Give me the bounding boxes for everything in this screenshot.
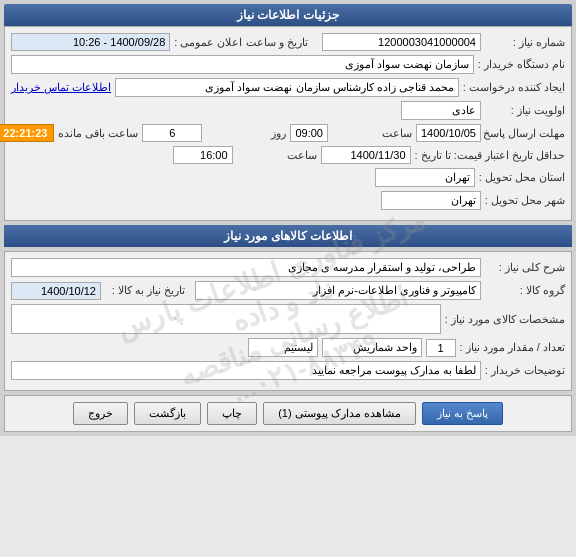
value-province: تهران (375, 168, 475, 187)
label-buyer: نام دستگاه خریدار : (478, 58, 565, 71)
label-city: شهر محل تحویل : (485, 194, 565, 207)
label-price-time: ساعت (237, 149, 317, 162)
section-header-title: جزئیات اطلاعات نیاز (4, 4, 572, 26)
row-priority: اولویت نیاز : عادی (11, 101, 565, 120)
value-unit: واحد شماریش (322, 338, 422, 357)
row-province: استان محل تحویل : تهران (11, 168, 565, 187)
label-kind: شرح کلی نیاز : (485, 261, 565, 274)
label-price-to: حداقل تاریخ اعتبار قیمت: تا تاریخ : (415, 149, 565, 162)
row-shomara: شماره نیاز : 1200003041000004 تاریخ و سا… (11, 33, 565, 51)
info-section: شماره نیاز : 1200003041000004 تاریخ و سا… (4, 26, 572, 221)
value-specs (11, 304, 441, 334)
value-count: 1 (426, 339, 456, 357)
link-contact[interactable]: اطلاعات تماس خریدار (11, 81, 111, 94)
label-priority: اولویت نیاز : (485, 104, 565, 117)
value-send-date: 1400/10/05 (416, 124, 481, 142)
row-notes: توضیحات خریدار : لطفا به مدارک پیوست مرا… (11, 361, 565, 380)
value-remaining-time: 22:21:23 (0, 124, 54, 142)
reply-button[interactable]: پاسخ به نیاز (422, 402, 503, 425)
label-date-pub: تاریخ و ساعت اعلان عمومی : (174, 36, 307, 49)
print-button[interactable]: چاپ (207, 402, 257, 425)
label-count: تعداد / مقدار مورد نیاز : (460, 341, 565, 354)
value-day: 6 (142, 124, 202, 142)
label-send-from: مهلت ارسال پاسخ : تا تاریخ : (485, 127, 565, 140)
exit-button[interactable]: خروج (73, 402, 128, 425)
value-price-time: 16:00 (173, 146, 233, 164)
value-status: لیستیم (248, 338, 318, 357)
label-group-date: تاریخ نیاز به کالا : (105, 284, 185, 297)
value-date-pub: 1400/09/28 - 10:26 (11, 33, 170, 51)
row-kind: شرح کلی نیاز : طراحی، تولید و استقرار مد… (11, 258, 565, 277)
label-day: روز (206, 127, 286, 140)
value-group: کامپیوتر و فناوری اطلاعات-نرم افزار (195, 281, 481, 300)
value-notes: لطفا به مدارک پیوست مراجعه نمایید (11, 361, 481, 380)
row-count: تعداد / مقدار مورد نیاز : 1 واحد شماریش … (11, 338, 565, 357)
label-origin: ایجاد کننده درخواست : (463, 81, 565, 94)
value-kind: طراحی، تولید و استقرار مدرسه ی مجازی (11, 258, 481, 277)
value-shomara: 1200003041000004 (322, 33, 481, 51)
row-specs: مشخصات کالای مورد نیاز : (11, 304, 565, 334)
label-remaining: ساعت باقی مانده (58, 127, 138, 140)
value-group-date: 1400/10/12 (11, 282, 101, 300)
footer-buttons: پاسخ به نیاز مشاهده مدارک پیوستی (1) چاپ… (4, 395, 572, 432)
value-origin: محمد قناجی زاده کارشناس سازمان نهضت سواد… (115, 78, 459, 97)
label-specs: مشخصات کالای مورد نیاز : (445, 313, 565, 326)
row-price-to: حداقل تاریخ اعتبار قیمت: تا تاریخ : 1400… (11, 146, 565, 164)
label-notes: توضیحات خریدار : (485, 364, 565, 377)
row-city: شهر محل تحویل : تهران (11, 191, 565, 210)
row-group: گروه کالا : کامپیوتر و فناوری اطلاعات-نر… (11, 281, 565, 300)
value-price-date: 1400/11/30 (321, 146, 411, 164)
value-send-time: 09:00 (290, 124, 328, 142)
row-origin: ایجاد کننده درخواست : محمد قناجی زاده کا… (11, 78, 565, 97)
label-send-time: ساعت (332, 127, 412, 140)
value-city: تهران (381, 191, 481, 210)
view-docs-button[interactable]: مشاهده مدارک پیوستی (1) (263, 402, 416, 425)
back-button[interactable]: بازگشت (134, 402, 201, 425)
row-send: مهلت ارسال پاسخ : تا تاریخ : 1400/10/05 … (11, 124, 565, 142)
label-shomara: شماره نیاز : (485, 36, 565, 49)
goods-section: مرکز فناوری اطلاعات پارسناد و دادهاطلاع … (4, 251, 572, 391)
label-group: گروه کالا : (485, 284, 565, 297)
row-buyer: نام دستگاه خریدار : سازمان نهضت سواد آمو… (11, 55, 565, 74)
value-priority: عادی (401, 101, 481, 120)
goods-section-header: اطلاعات کالاهای مورد نیاز (4, 225, 572, 247)
value-buyer: سازمان نهضت سواد آموزی (11, 55, 474, 74)
label-province: استان محل تحویل : (479, 171, 565, 184)
